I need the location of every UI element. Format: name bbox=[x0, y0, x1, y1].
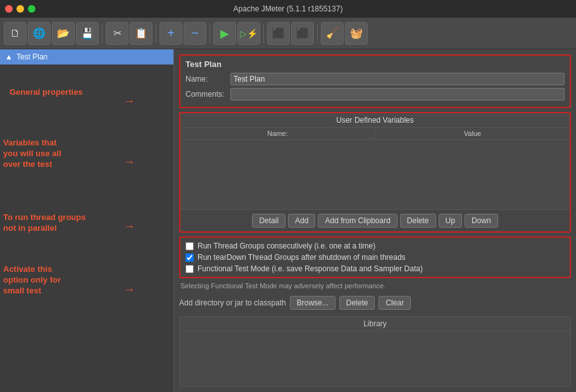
down-button[interactable]: Down bbox=[465, 214, 498, 228]
sep5 bbox=[317, 24, 318, 43]
clear-all-button[interactable]: 🧺 bbox=[345, 22, 368, 45]
section-title: Test Plan bbox=[185, 59, 565, 69]
sep4 bbox=[263, 24, 264, 43]
name-row: Name: bbox=[185, 73, 565, 85]
teardown-label: Run tearDown Thread Groups after shutdow… bbox=[197, 253, 406, 262]
start-button[interactable]: ▶ bbox=[213, 22, 236, 45]
annotation-general: General properties bbox=[9, 87, 83, 98]
delete-classpath-button[interactable]: Delete bbox=[339, 296, 375, 310]
classpath-label: Add directory or jar to classpath bbox=[179, 298, 286, 307]
run-consecutive-checkbox[interactable] bbox=[185, 242, 194, 250]
new-button[interactable]: 🗋 bbox=[4, 22, 27, 45]
delete-variable-button[interactable]: Delete bbox=[400, 214, 436, 228]
window-title: Apache JMeter (5.1.1 r1855137) bbox=[234, 4, 343, 13]
remove-button[interactable]: − bbox=[184, 22, 206, 45]
arrow-general: → bbox=[123, 95, 135, 108]
arrow-activate: → bbox=[123, 283, 135, 297]
arrow-thread-groups: → bbox=[123, 220, 135, 233]
udf-section: User Defined Variables Name: Value Detai… bbox=[179, 112, 571, 233]
save-button[interactable]: 💾 bbox=[76, 22, 99, 45]
general-properties-section: Test Plan Name: Comments: bbox=[179, 54, 571, 108]
add-button[interactable]: + bbox=[160, 22, 182, 45]
udf-table-header: Name: Value bbox=[180, 128, 570, 140]
test-plan-icon: ▲ bbox=[5, 52, 13, 61]
shutdown-button[interactable]: ⬛ bbox=[291, 22, 314, 45]
annotation-variables: Variables that you will use all over the… bbox=[3, 138, 61, 170]
maximize-button[interactable] bbox=[28, 5, 35, 13]
sep2 bbox=[156, 24, 156, 43]
main-content: ▲ Test Plan General properties → Variabl… bbox=[0, 49, 576, 392]
arrow-variables: → bbox=[123, 156, 135, 169]
functional-checkbox[interactable] bbox=[185, 265, 194, 273]
library-body bbox=[180, 331, 570, 366]
teardown-checkbox[interactable] bbox=[185, 254, 194, 262]
sidebar-item-label: Test Plan bbox=[16, 52, 47, 61]
comments-row: Comments: bbox=[185, 88, 565, 101]
minimize-button[interactable] bbox=[16, 5, 24, 13]
start-no-pause-button[interactable]: ▷⚡ bbox=[237, 22, 260, 45]
functional-label: Functional Test Mode (i.e. save Response… bbox=[197, 264, 423, 273]
annotation-activate: Activate this option only for small test bbox=[3, 264, 61, 297]
udf-col-value: Value bbox=[375, 128, 570, 139]
name-input[interactable] bbox=[230, 73, 565, 85]
udf-table-body bbox=[180, 140, 570, 209]
add-variable-button[interactable]: Add bbox=[288, 214, 315, 228]
name-label: Name: bbox=[185, 75, 227, 83]
open-file-button[interactable]: 📂 bbox=[52, 22, 75, 45]
clear-log-button[interactable]: 🧹 bbox=[321, 22, 344, 45]
detail-button[interactable]: Detail bbox=[252, 214, 285, 228]
sidebar-item-test-plan[interactable]: ▲ Test Plan bbox=[0, 49, 173, 64]
traffic-lights bbox=[5, 5, 35, 13]
sep3 bbox=[210, 24, 210, 43]
classpath-row: Add directory or jar to classpath Browse… bbox=[179, 293, 571, 312]
cut-button[interactable]: ✂ bbox=[106, 22, 128, 45]
copy-button[interactable]: 📋 bbox=[130, 22, 153, 45]
right-panel: Test Plan Name: Comments: User Defined V… bbox=[174, 49, 576, 392]
browse-button[interactable]: Browse... bbox=[290, 296, 335, 310]
library-section: Library bbox=[179, 316, 571, 387]
library-header: Library bbox=[180, 317, 570, 331]
title-bar: Apache JMeter (5.1.1 r1855137) bbox=[0, 0, 576, 18]
sidebar: ▲ Test Plan General properties → Variabl… bbox=[0, 49, 174, 392]
up-button[interactable]: Up bbox=[439, 214, 462, 228]
options-section: Run Thread Groups consecutively (i.e. on… bbox=[179, 236, 571, 278]
annotation-thread-groups: To run thread groups not in parallel bbox=[3, 212, 85, 234]
comments-input[interactable] bbox=[230, 88, 565, 101]
run-consecutive-row: Run Thread Groups consecutively (i.e. on… bbox=[185, 242, 565, 250]
close-button[interactable] bbox=[5, 5, 13, 13]
comments-label: Comments: bbox=[185, 90, 227, 99]
run-consecutive-label: Run Thread Groups consecutively (i.e. on… bbox=[197, 242, 375, 250]
clear-button[interactable]: Clear bbox=[379, 296, 411, 310]
udf-buttons: Detail Add Add from Clipboard Delete Up … bbox=[180, 209, 570, 231]
udf-header: User Defined Variables bbox=[180, 113, 570, 128]
udf-col-name: Name: bbox=[180, 128, 375, 139]
sep1 bbox=[102, 24, 103, 43]
functional-row: Functional Test Mode (i.e. save Response… bbox=[185, 264, 565, 273]
add-clipboard-button[interactable]: Add from Clipboard bbox=[318, 214, 397, 228]
functional-note: Selecting Functional Test Mode may adver… bbox=[179, 282, 571, 290]
stop-button[interactable]: ⬛ bbox=[267, 22, 290, 45]
toolbar: 🗋 🌐 📂 💾 ✂ 📋 + − ▶ ▷⚡ ⬛ ⬛ 🧹 🧺 bbox=[0, 18, 576, 49]
open-url-button[interactable]: 🌐 bbox=[28, 22, 51, 45]
teardown-row: Run tearDown Thread Groups after shutdow… bbox=[185, 253, 565, 262]
